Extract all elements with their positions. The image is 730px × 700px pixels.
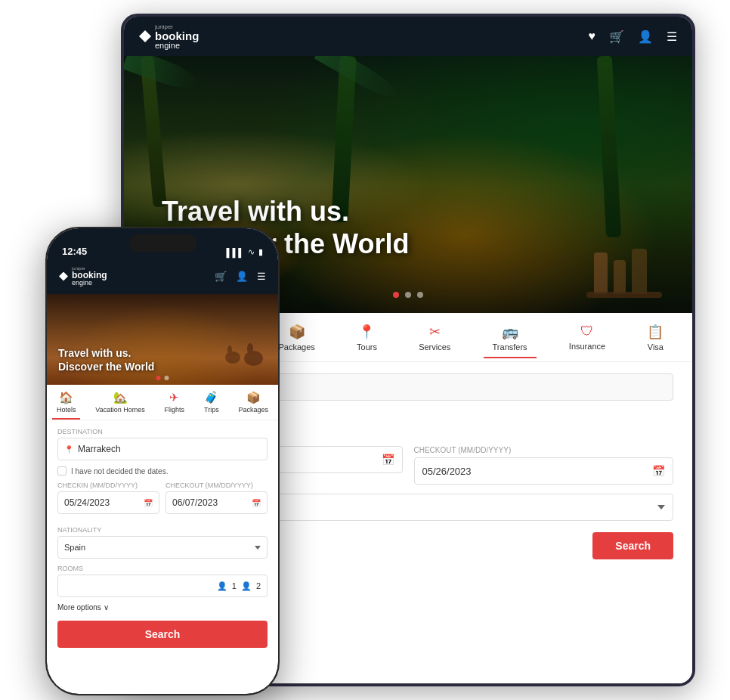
phone-nav-packages[interactable]: 📦 Packages <box>234 389 274 415</box>
phone-checkin-value: 05/24/2023 <box>64 497 110 508</box>
tab-tours[interactable]: 📍 Tours <box>348 317 386 358</box>
phone-nationality-select[interactable]: Spain <box>57 536 268 559</box>
phone-time: 12:45 <box>62 246 87 257</box>
phone-device: 12:45 ▌▌▌ ∿ ▮ juniper booking engine <box>45 227 280 695</box>
phone-notch <box>128 234 196 252</box>
phone-more-options[interactable]: More options ∨ <box>57 603 268 612</box>
tablet-checkout-input[interactable]: 05/26/2023 📅 <box>414 457 674 485</box>
phone-logo-subtext: engine <box>72 280 107 287</box>
phone-cart-icon[interactable]: 🛒 <box>215 271 227 282</box>
phone-dot-1[interactable] <box>156 376 161 380</box>
tours-icon: 📍 <box>358 324 375 340</box>
trips-nav-label: Trips <box>204 406 219 413</box>
phone-hero: Travel with us. Discover the World <box>47 294 278 385</box>
tablet-search-button[interactable]: Search <box>592 532 673 559</box>
hotels-nav-label: Hotels <box>57 406 76 413</box>
vacation-nav-icon: 🏡 <box>113 391 128 404</box>
phone-form: DESTINATION 📍 Marrakech I have not decid… <box>47 420 278 694</box>
tab-visa-label: Visa <box>648 342 663 352</box>
phone-checkbox-label: I have not decided the dates. <box>71 467 168 475</box>
hero-dot-1[interactable] <box>393 292 399 298</box>
phone-destination-value: Marrakech <box>78 444 121 454</box>
tablet-logo-subtext: engine <box>155 42 199 50</box>
packages-nav-label: Packages <box>239 406 269 413</box>
tab-transfers-label: Transfers <box>493 342 527 352</box>
phone-rooms-label: ROOMS <box>57 565 268 572</box>
transfers-icon: 🚌 <box>502 324 518 340</box>
tab-tours-label: Tours <box>357 342 377 352</box>
phone-checkin-label: CHECKIN (MM/DD/YYYY) <box>57 482 159 489</box>
tablet-checkout-label: CHECKOUT (MM/DD/YYYY) <box>414 446 674 454</box>
adult-icon: 👤 <box>217 581 227 591</box>
phone-menu-icon[interactable]: ☰ <box>257 271 266 282</box>
user-icon[interactable]: 👤 <box>638 29 653 44</box>
tab-insurance[interactable]: 🛡 Insurance <box>560 317 614 357</box>
insurance-icon: 🛡 <box>580 324 594 339</box>
phone-rooms-input[interactable]: 👤 1 👤 2 <box>57 575 268 597</box>
hotels-nav-icon: 🏠 <box>59 391 73 404</box>
phone-checkout-input[interactable]: 06/07/2023 📅 <box>165 491 268 514</box>
phone-hero-text: Travel with us. Discover the World <box>58 346 154 373</box>
phone-bottom-nav: 🏠 Hotels 🏡 Vacation Homes ✈ Flights 🧳 Tr… <box>47 385 278 420</box>
hero-dot-3[interactable] <box>417 292 423 298</box>
tablet-header: juniper booking engine ♥ 🛒 👤 ☰ <box>124 17 692 56</box>
tablet-checkout-value: 05/26/2023 <box>422 466 472 477</box>
trips-nav-icon: 🧳 <box>204 391 218 404</box>
tablet-logo-text: booking <box>155 30 199 42</box>
signal-icon: ▌▌▌ <box>227 248 244 257</box>
phone-destination-input[interactable]: 📍 Marrakech <box>57 438 268 460</box>
packages-nav-icon: 📦 <box>246 391 261 404</box>
packages-icon: 📦 <box>289 324 305 340</box>
visa-icon: 📋 <box>647 324 663 340</box>
flights-nav-label: Flights <box>165 406 185 413</box>
tab-visa[interactable]: 📋 Visa <box>638 317 673 358</box>
phone-nav-trips[interactable]: 🧳 Trips <box>200 389 224 415</box>
tab-insurance-label: Insurance <box>569 342 605 351</box>
phone-checkbox-row: I have not decided the dates. <box>57 466 268 475</box>
phone-destination-label: DESTINATION <box>57 428 268 435</box>
child-icon: 👤 <box>241 581 252 591</box>
phone-search-button[interactable]: Search <box>57 621 268 648</box>
tab-packages-label: Packages <box>279 342 315 352</box>
flights-nav-icon: ✈ <box>169 391 179 404</box>
phone-children-count: 2 <box>256 581 261 590</box>
tab-services[interactable]: ✂ Services <box>410 317 459 358</box>
hero-dot-2[interactable] <box>405 292 411 298</box>
phone-checkout-label: CHECKOUT (MM/DD/YYYY) <box>165 482 268 489</box>
phone-checkin-input[interactable]: 05/24/2023 📅 <box>57 491 159 514</box>
phone-adults-count: 1 <box>232 581 237 590</box>
phone-nav-vacation[interactable]: 🏡 Vacation Homes <box>91 389 149 415</box>
heart-icon[interactable]: ♥ <box>589 29 596 43</box>
phone-nav-flights[interactable]: ✈ Flights <box>160 389 190 415</box>
scene: juniper booking engine ♥ 🛒 👤 ☰ <box>0 0 730 700</box>
phone-header: juniper booking engine 🛒 👤 ☰ <box>47 262 278 294</box>
tab-services-label: Services <box>419 342 450 352</box>
tab-transfers[interactable]: 🚌 Transfers <box>484 317 537 358</box>
phone-checkout-value: 06/07/2023 <box>172 497 218 508</box>
cart-icon[interactable]: 🛒 <box>609 29 624 44</box>
vacation-nav-label: Vacation Homes <box>95 406 144 413</box>
wifi-icon: ∿ <box>248 247 255 257</box>
phone-dates-checkbox[interactable] <box>57 466 67 475</box>
services-icon: ✂ <box>429 324 441 340</box>
phone-nationality-label: NATIONALITY <box>57 526 268 534</box>
tablet-logo: juniper booking engine <box>139 23 199 50</box>
phone-dot-2[interactable] <box>165 376 169 380</box>
menu-icon[interactable]: ☰ <box>667 29 677 44</box>
phone-nav-hotels[interactable]: 🏠 Hotels <box>52 389 81 415</box>
phone-user-icon[interactable]: 👤 <box>236 271 248 282</box>
battery-icon: ▮ <box>258 247 263 257</box>
